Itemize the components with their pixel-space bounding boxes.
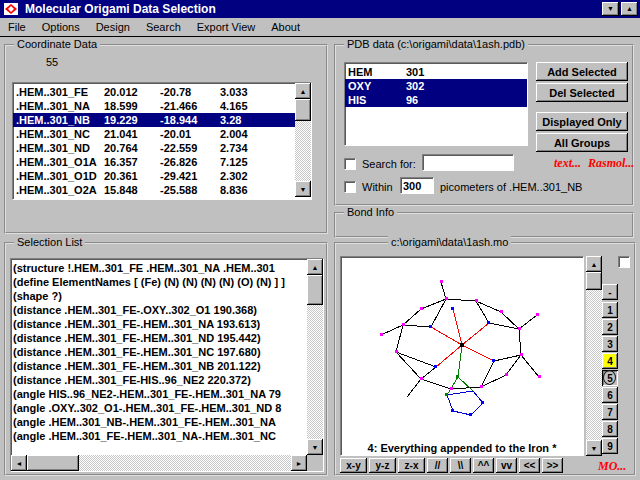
selection-line[interactable]: (distance .HEM..301_FE-.OXY..302_O1 190.…: [11, 303, 307, 317]
view-toolbar: x-y y-z z-x // \\ ^^ vv << >>: [340, 458, 563, 473]
coordinate-row[interactable]: .HEM..301_FE20.012-20.783.033: [13, 85, 311, 99]
selection-line[interactable]: (structure !.HEM..301_FE .HEM..301_NA .H…: [11, 261, 307, 275]
frame-button-5-circled[interactable]: 5: [602, 370, 618, 386]
scroll-thumb[interactable]: [586, 272, 602, 290]
scroll-right-icon[interactable]: ►: [291, 455, 307, 471]
coordinate-row-selected[interactable]: .HEM..301_NB19.229-18.9443.28: [13, 113, 311, 127]
text-link[interactable]: text...: [554, 156, 581, 171]
view-zx-button[interactable]: z-x: [398, 458, 425, 473]
menu-about[interactable]: About: [263, 19, 308, 35]
pdb-listbox[interactable]: HEM301 OXY302 HIS96: [344, 62, 528, 146]
menu-bar: File Options Design Search Export View A…: [0, 18, 640, 37]
selection-line[interactable]: (define ElementNames [ (Fe) (N) (N) (N) …: [11, 275, 307, 289]
scroll-down-icon[interactable]: ▼: [307, 439, 323, 455]
title-bar[interactable]: Molecular Origami Data Selection ▼ ▲: [0, 0, 640, 18]
pdb-row-selected[interactable]: HIS96: [345, 93, 527, 107]
selection-line[interactable]: (angle .OXY..302_O1-.HEM..301_FE-.HEM..3…: [11, 401, 307, 415]
selection-list-group: Selection List (structure !.HEM..301_FE …: [4, 242, 328, 476]
mo-link[interactable]: MO...: [598, 459, 626, 474]
viewer-checkbox[interactable]: [618, 256, 630, 268]
view-xy-button[interactable]: x-y: [340, 458, 367, 473]
selection-v-scrollbar[interactable]: ▲ ▼: [307, 259, 323, 455]
rotate-ccw-button[interactable]: \\: [450, 458, 471, 473]
selection-line[interactable]: (angle .HEM..301_NB-.HEM..301_FE-.HEM..3…: [11, 415, 307, 429]
scroll-down-icon[interactable]: ▼: [586, 440, 602, 456]
selection-line[interactable]: (distance .HEM..301_FE-.HEM..301_ND 195.…: [11, 331, 307, 345]
search-for-checkbox[interactable]: [344, 158, 356, 170]
scroll-thumb[interactable]: [307, 275, 323, 305]
within-suffix-label: picometers of .HEM..301_NB: [440, 181, 582, 193]
selection-line[interactable]: (distance .HEM..301_FE-.HEM..301_NC 197.…: [11, 345, 307, 359]
pdb-data-title: PDB data (c:\origami\data\1ash.pdb): [344, 38, 528, 50]
scroll-up-icon[interactable]: ▲: [295, 83, 311, 99]
pdb-row[interactable]: HEM301: [345, 65, 527, 79]
frame-button-1[interactable]: 1: [602, 302, 618, 318]
molecule-canvas[interactable]: 4: Everything appended to the Iron *: [340, 256, 584, 456]
minimize-icon[interactable]: ▼: [602, 2, 619, 16]
frame-button-7[interactable]: 7: [602, 404, 618, 420]
search-for-label: Search for:: [362, 158, 416, 170]
frame-button-9[interactable]: 9: [602, 438, 618, 454]
molecule-file-title: c:\origami\data\1ash.mo: [388, 236, 511, 248]
rotate-cw-button[interactable]: //: [427, 458, 448, 473]
selection-h-scrollbar[interactable]: ◄ ►: [11, 455, 307, 471]
menu-file[interactable]: File: [0, 19, 34, 35]
pdb-data-group: PDB data (c:\origami\data\1ash.pdb) HEM3…: [334, 44, 634, 206]
coordinate-row[interactable]: .HEM..301_NC21.041-20.012.004: [13, 127, 311, 141]
frame-button-6[interactable]: 6: [602, 387, 618, 403]
coordinate-row[interactable]: .HEM..301_O2A15.848-25.5888.836: [13, 183, 311, 197]
menu-export-view[interactable]: Export View: [189, 19, 264, 35]
add-selected-button[interactable]: Add Selected: [536, 62, 628, 81]
menu-search[interactable]: Search: [138, 19, 189, 35]
molecule-viewer-group: c:\origami\data\1ash.mo: [334, 242, 636, 476]
tilt-up-button[interactable]: ^^: [473, 458, 494, 473]
scroll-left-icon[interactable]: ◄: [11, 455, 27, 471]
search-input[interactable]: [422, 154, 514, 171]
frame-button-2[interactable]: 2: [602, 319, 618, 335]
pdb-row-selected[interactable]: OXY302: [345, 79, 527, 93]
tilt-down-button[interactable]: vv: [496, 458, 517, 473]
all-groups-button[interactable]: All Groups: [536, 133, 628, 152]
pan-right-button[interactable]: >>: [542, 458, 563, 473]
coordinate-scrollbar[interactable]: ▲ ▼: [295, 83, 311, 197]
scroll-thumb[interactable]: [27, 455, 79, 471]
coordinate-listbox[interactable]: .HEM..301_FE20.012-20.783.033 .HEM..301_…: [12, 82, 312, 200]
rasmol-link[interactable]: Rasmol...: [588, 156, 634, 171]
scroll-down-icon[interactable]: ▼: [295, 181, 311, 197]
app-icon[interactable]: [3, 2, 19, 16]
del-selected-button[interactable]: Del Selected: [536, 83, 628, 102]
displayed-only-button[interactable]: Displayed Only: [536, 112, 628, 131]
frame-button-3[interactable]: 3: [602, 336, 618, 352]
pan-left-button[interactable]: <<: [519, 458, 540, 473]
coordinate-row[interactable]: .HEM..301_ND20.764-22.5592.734: [13, 141, 311, 155]
selection-line[interactable]: (distance .HEM..301_FE-HIS..96_NE2 220.3…: [11, 373, 307, 387]
coordinate-data-group: Coordinate Data 55 .HEM..301_FE20.012-20…: [4, 44, 328, 234]
selection-line[interactable]: (distance .HEM..301_FE-.HEM..301_NB 201.…: [11, 359, 307, 373]
selection-line[interactable]: (angle HIS..96_NE2-.HEM..301_FE-.HEM..30…: [11, 387, 307, 401]
frame-button-4-active[interactable]: 4: [602, 353, 618, 369]
coordinate-row[interactable]: .HEM..301_NA18.599-21.4664.165: [13, 99, 311, 113]
within-checkbox[interactable]: [344, 181, 356, 193]
selection-line[interactable]: (angle .HEM..301_FE-.HEM..301_NA-.HEM..3…: [11, 429, 307, 443]
selection-line[interactable]: (shape ?): [11, 289, 307, 303]
circle-mark-icon: [603, 370, 616, 385]
scroll-up-icon[interactable]: ▲: [586, 256, 602, 272]
menu-options[interactable]: Options: [34, 19, 88, 35]
viewer-scrollbar[interactable]: ▲ ▼: [586, 256, 602, 456]
menu-design[interactable]: Design: [88, 19, 138, 35]
view-yz-button[interactable]: y-z: [369, 458, 396, 473]
selection-line[interactable]: (distance .HEM..301_FE-.HEM..301_NA 193.…: [11, 317, 307, 331]
scroll-up-icon[interactable]: ▲: [307, 259, 323, 275]
within-distance-input[interactable]: [400, 177, 434, 194]
maximize-icon[interactable]: ▲: [621, 2, 638, 16]
frame-button-8[interactable]: 8: [602, 421, 618, 437]
selection-lines[interactable]: (structure !.HEM..301_FE .HEM..301_NA .H…: [11, 261, 307, 455]
scrollbar-corner: [307, 455, 323, 471]
scroll-thumb[interactable]: [295, 99, 311, 121]
window-title: Molecular Origami Data Selection: [25, 2, 602, 16]
frame-caption: 4: Everything appended to the Iron *: [341, 442, 583, 454]
coordinate-row[interactable]: .HEM..301_O1D20.361-29.4212.302: [13, 169, 311, 183]
selection-listbox[interactable]: (structure !.HEM..301_FE .HEM..301_NA .H…: [10, 258, 324, 472]
frame-button-minus[interactable]: -: [602, 284, 618, 300]
coordinate-row[interactable]: .HEM..301_O1A16.357-26.8267.125: [13, 155, 311, 169]
